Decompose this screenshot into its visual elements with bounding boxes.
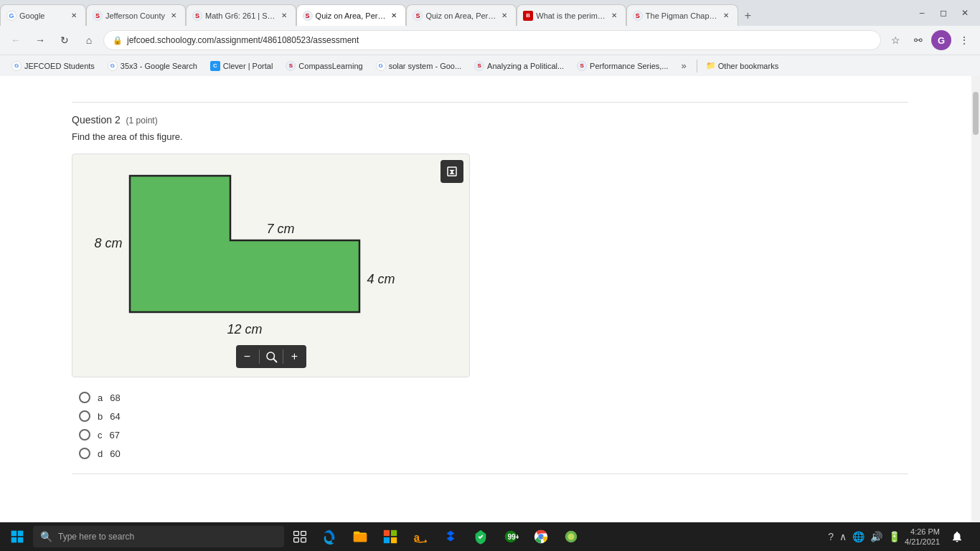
bookmark-analyzing[interactable]: S Analyzing a Political... <box>468 57 570 75</box>
menu-button[interactable]: ⋮ <box>954 30 974 50</box>
back-button[interactable]: ← <box>6 30 26 50</box>
scrollbar-thumb[interactable] <box>973 92 979 135</box>
taskbar-search-bar[interactable]: 🔍 Type here to search <box>33 526 284 547</box>
zoom-in-button[interactable]: + <box>283 345 306 368</box>
clock[interactable]: 4:26 PM 4/21/2021 <box>905 527 940 547</box>
dropbox-icon[interactable] <box>436 522 465 551</box>
tab-pigman[interactable]: S The Pigman Chap… ✕ <box>626 4 738 26</box>
amazon-icon[interactable]: a <box>406 522 435 551</box>
store-icon[interactable] <box>376 522 405 551</box>
forward-button[interactable]: → <box>30 30 50 50</box>
bookmark-clever[interactable]: C Clever | Portal <box>204 57 279 75</box>
bookmark-label-clever: Clever | Portal <box>223 62 273 70</box>
profile-avatar[interactable]: G <box>931 30 951 50</box>
answer-choice-d: d 60 <box>79 448 908 459</box>
choice-letter-b: b <box>98 411 103 422</box>
notification-icon[interactable] <box>943 522 971 551</box>
file-explorer-icon[interactable] <box>346 522 374 551</box>
svg-text:99+: 99+ <box>507 533 519 541</box>
tab-close-jefferson[interactable]: ✕ <box>168 10 179 22</box>
reload-button[interactable]: ↻ <box>55 30 75 50</box>
svg-rect-16 <box>384 530 390 536</box>
tab-close-quiz[interactable]: ✕ <box>388 10 400 22</box>
svg-rect-18 <box>384 537 390 543</box>
bookmarks-more-button[interactable]: » <box>676 60 692 71</box>
answer-choice-b: b 64 <box>79 410 908 422</box>
bookmark-label-analyzing: Analyzing a Political... <box>487 62 564 70</box>
home-button[interactable]: ⌂ <box>79 30 99 50</box>
surfshark-icon[interactable] <box>466 522 495 551</box>
close-button[interactable]: ✕ <box>956 4 974 22</box>
bookmark-favicon-performance: S <box>577 61 587 71</box>
tab-close-pigman[interactable]: ✕ <box>720 10 732 22</box>
radio-d[interactable] <box>79 448 90 459</box>
scrollbar[interactable] <box>971 76 980 551</box>
bookmarks-bar: G JEFCOED Students G 35x3 - Google Searc… <box>0 55 980 76</box>
bookmark-performance[interactable]: S Performance Series,... <box>571 57 674 75</box>
extensions-icon[interactable]: ⚯ <box>908 30 928 50</box>
tab-close-math[interactable]: ✕ <box>278 10 290 22</box>
bookmark-compass[interactable]: S CompassLearning <box>280 57 368 75</box>
bookmark-favicon-clever: C <box>210 61 220 71</box>
svg-rect-11 <box>294 532 299 536</box>
chrome-taskbar-icon[interactable] <box>527 522 555 551</box>
svg-marker-0 <box>130 176 359 312</box>
radio-c[interactable] <box>79 429 90 441</box>
bookmark-solar[interactable]: G solar system - Goo... <box>370 57 467 75</box>
zoom-minus-icon: − <box>244 350 250 363</box>
zoom-out-button[interactable]: − <box>236 345 259 368</box>
bookmark-35x3[interactable]: G 35x3 - Google Search <box>102 57 203 75</box>
help-tray-icon[interactable]: ? <box>826 529 835 544</box>
tab-math[interactable]: S Math Gr6: 261 | S… ✕ <box>186 4 296 26</box>
battery-icon[interactable]: 🔋 <box>887 529 902 544</box>
volume-icon[interactable]: 🔊 <box>869 529 884 544</box>
edge-icon[interactable] <box>316 522 344 551</box>
tab-google[interactable]: G Google ✕ <box>0 4 86 26</box>
tab-title-jefferson: Jefferson County <box>105 11 165 20</box>
svg-text:4 cm: 4 cm <box>367 272 395 286</box>
circle-icon[interactable] <box>557 522 585 551</box>
tab-favicon-quiz: S <box>303 11 313 21</box>
zoom-plus-icon: + <box>291 350 298 363</box>
restore-button[interactable]: ◻ <box>934 4 953 22</box>
other-bookmarks[interactable]: 📁 Other bookmarks <box>702 61 783 70</box>
svg-line-6 <box>273 359 276 362</box>
bottom-divider <box>72 474 908 474</box>
expand-icon[interactable] <box>440 160 463 183</box>
tab-quiz2[interactable]: S Quiz on Area, Per… ✕ <box>406 4 517 26</box>
svg-rect-13 <box>294 538 299 542</box>
tab-perimeter[interactable]: B What is the perim… ✕ <box>517 4 626 26</box>
svg-rect-8 <box>18 531 24 537</box>
taskview-icon[interactable] <box>286 522 314 551</box>
bookmark-favicon-jefcoed: G <box>11 61 22 71</box>
tab-close-perimeter[interactable]: ✕ <box>608 10 620 22</box>
new-tab-button[interactable]: + <box>738 6 758 26</box>
svg-rect-12 <box>301 532 306 536</box>
tab-favicon-google: G <box>6 11 17 21</box>
network-icon[interactable]: 🌐 <box>851 529 866 544</box>
bookmark-label-jefcoed: JEFCOED Students <box>24 62 95 70</box>
url-bar[interactable]: 🔒 jefcoed.schoology.com/assignment/48610… <box>103 30 881 50</box>
bookmark-star-icon[interactable]: ☆ <box>885 30 905 50</box>
start-button[interactable] <box>3 522 32 551</box>
tray-expand-icon[interactable]: ∧ <box>838 529 848 544</box>
figure-inner: 7 cm 8 cm 4 cm 12 cm − <box>72 154 469 377</box>
question-points: (1 point) <box>126 116 158 126</box>
minimize-button[interactable]: – <box>913 4 931 22</box>
top-divider <box>72 102 908 103</box>
bookmark-jefcoed[interactable]: G JEFCOED Students <box>6 57 100 75</box>
tab-close-google[interactable]: ✕ <box>68 10 80 22</box>
choice-value-b: 64 <box>110 411 120 422</box>
taskbar-search-icon: 🔍 <box>40 531 52 542</box>
svg-text:12 cm: 12 cm <box>227 322 262 336</box>
radio-a[interactable] <box>79 392 90 403</box>
tab-favicon-math: S <box>192 11 202 21</box>
svg-rect-7 <box>11 531 17 537</box>
gamebar-icon[interactable]: 99+ <box>496 522 525 551</box>
radio-b[interactable] <box>79 410 90 422</box>
tab-title-perimeter: What is the perim… <box>536 11 606 20</box>
tab-close-quiz2[interactable]: ✕ <box>499 10 510 22</box>
tab-jefferson[interactable]: S Jefferson County ✕ <box>86 4 186 26</box>
tab-quiz-active[interactable]: S Quiz on Area, Per… ✕ <box>296 4 407 26</box>
bookmark-label-solar: solar system - Goo... <box>389 62 461 70</box>
